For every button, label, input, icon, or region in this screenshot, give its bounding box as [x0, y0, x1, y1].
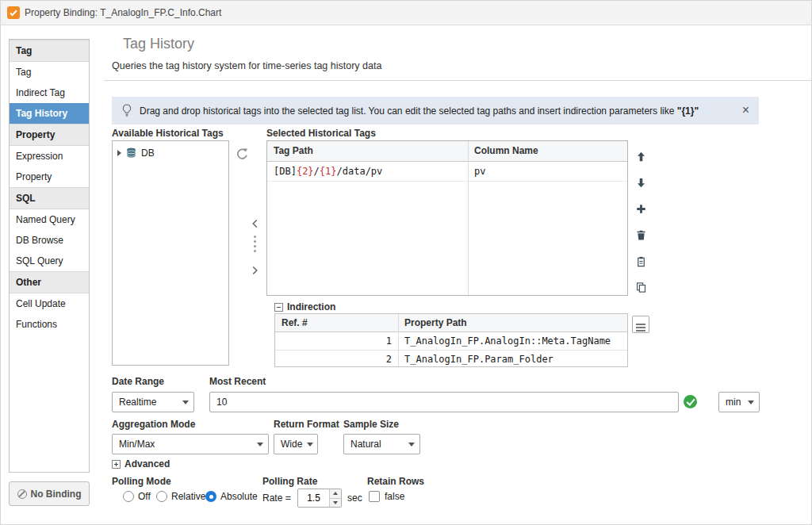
available-tags-tree: DB: [112, 140, 229, 366]
spinner-down-button[interactable]: [330, 498, 341, 508]
binding-icon: [7, 6, 20, 19]
property-path-cell: T_AnalogIn_FP.AnalogIn::Meta.TagName: [398, 332, 627, 350]
sidebar-item-sql-query[interactable]: SQL Query: [10, 251, 89, 271]
page-subtitle: Queries the tag history system for time-…: [112, 60, 381, 71]
sidebar-item-indirect-tag[interactable]: Indirect Tag: [10, 82, 89, 103]
sidebar-header-sql: SQL: [10, 187, 89, 209]
date-range-value: Realtime: [119, 397, 156, 408]
column-name-cell: pv: [468, 162, 627, 181]
polling-off-option[interactable]: Off: [123, 491, 151, 502]
indirection-row[interactable]: 2 T_AnalogIn_FP.Param_Folder: [275, 351, 627, 368]
sidebar-header-property: Property: [10, 124, 89, 146]
tag-path-text: [DB]: [274, 166, 297, 177]
chevron-down-icon: [748, 400, 754, 404]
chevron-down-icon: [182, 400, 189, 404]
radio-absolute[interactable]: [205, 491, 216, 502]
tag-path-param: {2}: [297, 166, 314, 177]
close-icon[interactable]: ×: [742, 103, 749, 117]
tree-node-db[interactable]: DB: [113, 141, 228, 164]
tag-path-cell: [DB]{2}/{1}/data/pv: [267, 162, 468, 181]
refresh-icon[interactable]: [236, 148, 249, 161]
polling-rate-spinner[interactable]: [297, 489, 342, 508]
ref-cell: 2: [275, 351, 398, 368]
retain-rows-option[interactable]: false: [369, 491, 404, 502]
aggregation-mode-value: Min/Max: [119, 439, 155, 450]
sidebar-item-functions[interactable]: Functions: [10, 314, 89, 335]
chevron-down-icon: [257, 443, 263, 446]
time-unit-value: min: [726, 397, 741, 408]
lightbulb-icon: [121, 104, 132, 117]
column-header-ref[interactable]: Ref. #: [275, 314, 398, 331]
add-icon[interactable]: [633, 201, 649, 217]
sidebar-item-tag[interactable]: Tag: [10, 62, 89, 82]
advanced-section-toggle[interactable]: Advanced: [112, 458, 170, 469]
date-range-select[interactable]: Realtime: [112, 392, 194, 412]
tag-path-text: /data/pv: [337, 166, 383, 177]
tree-node-label: DB: [141, 148, 155, 159]
no-binding-label: No Binding: [31, 489, 82, 500]
retain-rows-value: false: [385, 491, 404, 502]
header-divider: [104, 80, 812, 81]
move-down-icon[interactable]: [633, 174, 649, 190]
sample-size-value: Natural: [350, 439, 381, 450]
retain-rows-label: Retain Rows: [367, 476, 424, 487]
indirection-row[interactable]: 1 T_AnalogIn_FP.AnalogIn::Meta.TagName: [275, 332, 627, 351]
selected-tags-toolbar: [633, 148, 649, 295]
list-icon: [636, 324, 645, 325]
date-range-label: Date Range: [112, 376, 164, 387]
polling-mode-label: Polling Mode: [112, 476, 171, 487]
expand-icon[interactable]: [112, 460, 121, 469]
radio-off-label: Off: [138, 491, 151, 502]
column-header-tag-path[interactable]: Tag Path: [267, 141, 468, 161]
column-header-property-path[interactable]: Property Path: [398, 314, 627, 331]
move-left-icon[interactable]: [251, 219, 259, 228]
sidebar-item-tag-history[interactable]: Tag History: [10, 103, 89, 124]
collapse-icon[interactable]: [274, 303, 283, 312]
paste-icon[interactable]: [633, 253, 649, 269]
column-divider: [468, 141, 469, 295]
move-up-icon[interactable]: [633, 148, 649, 164]
tree-expander-icon[interactable]: [117, 150, 121, 156]
no-binding-icon: [17, 489, 27, 499]
selected-tag-row[interactable]: [DB]{2}/{1}/data/pv pv: [267, 162, 627, 182]
return-format-select[interactable]: Wide: [274, 434, 318, 454]
sidebar-item-named-query[interactable]: Named Query: [10, 209, 89, 230]
database-icon: [125, 147, 137, 159]
advanced-label: Advanced: [124, 458, 170, 469]
sidebar-item-expression[interactable]: Expression: [10, 146, 89, 167]
radio-relative-label: Relative: [171, 491, 205, 502]
sidebar-header-tag: Tag: [10, 40, 89, 62]
column-header-column-name[interactable]: Column Name: [468, 141, 627, 161]
hint-text: Drag and drop historical tags into the s…: [140, 105, 699, 117]
sidebar-item-db-browse[interactable]: DB Browse: [10, 230, 89, 251]
sample-size-select[interactable]: Natural: [343, 434, 420, 454]
rate-prefix: Rate =: [262, 492, 291, 504]
path-editor-button[interactable]: [632, 316, 649, 333]
valid-check-icon: [684, 395, 697, 408]
polling-absolute-option[interactable]: Absolute: [205, 491, 258, 502]
drag-handle[interactable]: [254, 236, 256, 238]
return-format-value: Wide: [281, 439, 302, 450]
aggregation-mode-select[interactable]: Min/Max: [112, 434, 269, 454]
window-title: Property Binding: T_AnalogIn_FP.C_Info.C…: [25, 1, 221, 25]
sidebar-item-property[interactable]: Property: [10, 167, 89, 187]
selected-tags-table: Tag Path Column Name [DB]{2}/{1}/data/pv…: [266, 140, 628, 296]
copy-icon[interactable]: [633, 279, 649, 295]
radio-relative[interactable]: [156, 491, 167, 502]
polling-relative-option[interactable]: Relative: [156, 491, 205, 502]
move-right-icon[interactable]: [251, 266, 259, 275]
spinner-up-button[interactable]: [330, 489, 341, 498]
window-titlebar: Property Binding: T_AnalogIn_FP.C_Info.C…: [1, 1, 812, 25]
most-recent-input[interactable]: [209, 392, 679, 412]
no-binding-button[interactable]: No Binding: [9, 481, 90, 506]
property-path-cell: T_AnalogIn_FP.Param_Folder: [398, 351, 627, 368]
radio-off[interactable]: [123, 491, 134, 502]
polling-rate-input[interactable]: [298, 489, 329, 507]
delete-icon[interactable]: [633, 227, 649, 243]
hint-param: "{1}": [677, 105, 699, 117]
sidebar-item-cell-update[interactable]: Cell Update: [10, 293, 89, 314]
sample-size-label: Sample Size: [343, 419, 399, 430]
retain-rows-checkbox[interactable]: [369, 491, 380, 502]
indirection-table: Ref. # Property Path 1 T_AnalogIn_FP.Ana…: [274, 313, 628, 367]
time-unit-select[interactable]: min: [718, 392, 760, 412]
